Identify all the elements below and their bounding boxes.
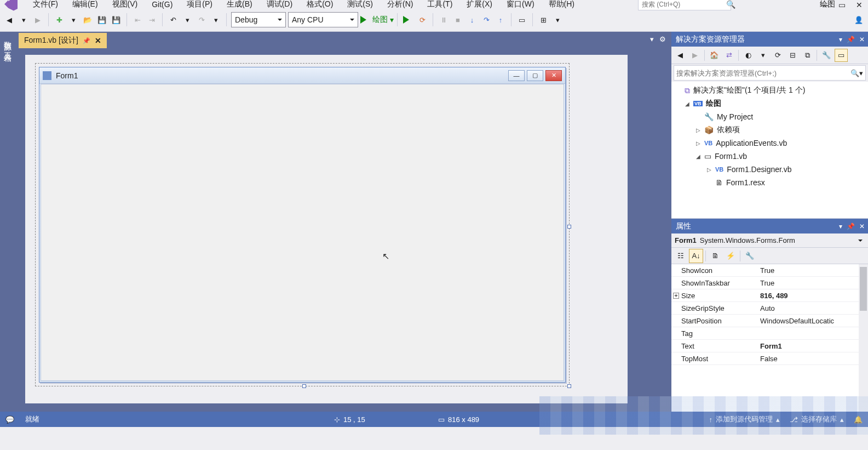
- sln-collapse-all-button[interactable]: ⊟: [786, 49, 799, 62]
- property-row[interactable]: ShowIconTrue: [671, 264, 868, 277]
- menu-view[interactable]: 视图(V): [110, 0, 140, 10]
- form-minimize-button[interactable]: —: [508, 70, 525, 81]
- undo-button[interactable]: ↶: [167, 13, 179, 26]
- menu-git[interactable]: Git(G): [150, 0, 175, 10]
- tab-close-button[interactable]: ✕: [95, 36, 101, 45]
- menu-window[interactable]: 窗口(W): [504, 0, 537, 10]
- menu-file[interactable]: 文件(F): [31, 0, 60, 10]
- tab-form1-design[interactable]: Form1.vb [设计] 📌 ✕: [19, 33, 107, 48]
- tree-form1[interactable]: ◢ ▭ Form1.vb: [672, 150, 867, 163]
- menu-format[interactable]: 格式(O): [304, 0, 335, 10]
- feedback-icon[interactable]: 💬: [5, 415, 14, 424]
- panel-options-button[interactable]: ▾: [839, 36, 842, 43]
- start-without-debug-button[interactable]: [402, 13, 414, 26]
- property-row[interactable]: ShowInTaskbarTrue: [671, 277, 868, 289]
- panel-pin-button[interactable]: 📌: [847, 223, 855, 230]
- panel-close-button[interactable]: ✕: [859, 223, 865, 230]
- indent-button[interactable]: ⇥: [146, 13, 158, 26]
- rail-toolbox[interactable]: 工具箱: [3, 46, 13, 49]
- resize-handle-bottom[interactable]: [302, 384, 306, 388]
- property-value[interactable]: False: [757, 352, 868, 364]
- undo-dropdown[interactable]: ▾: [181, 13, 193, 26]
- property-row[interactable]: StartPositionWindowsDefaultLocatic: [671, 315, 868, 327]
- menu-project[interactable]: 项目(P): [185, 0, 215, 10]
- scrollbar-thumb[interactable]: [860, 267, 867, 311]
- tab-settings-button[interactable]: ⚙: [659, 35, 666, 43]
- property-row[interactable]: +Size816, 489: [671, 289, 868, 302]
- property-row[interactable]: Tag: [671, 327, 868, 340]
- new-project-button[interactable]: ✚: [53, 13, 65, 26]
- nav-forward-button[interactable]: ▶: [32, 13, 44, 26]
- step-into-button[interactable]: ↓: [466, 13, 478, 26]
- dock-button[interactable]: ▭: [516, 13, 528, 26]
- stop-button[interactable]: ■: [452, 13, 464, 26]
- menu-debug[interactable]: 调试(D): [265, 0, 295, 10]
- search-dropdown[interactable]: ▾: [859, 69, 863, 77]
- solution-tree[interactable]: ⧉ 解决方案"绘图"(1 个项目/共 1 个) ◢ VB 绘图 🔧 My Pro…: [671, 82, 868, 218]
- pause-button[interactable]: ⏸: [438, 13, 450, 26]
- tree-form1-resx[interactable]: 🗎 Form1.resx: [672, 176, 867, 189]
- redo-button[interactable]: ↷: [196, 13, 208, 26]
- tree-dependencies[interactable]: ▷ 📦 依赖项: [672, 123, 867, 136]
- title-search-input[interactable]: [642, 1, 724, 8]
- tree-project[interactable]: ◢ VB 绘图: [672, 97, 867, 110]
- form-selection[interactable]: Form1 — ▢ ✕: [35, 63, 570, 386]
- save-button[interactable]: 💾: [96, 13, 108, 26]
- nav-back-dropdown[interactable]: ▾: [18, 13, 30, 26]
- solution-search-input[interactable]: [676, 69, 850, 77]
- select-repo-button[interactable]: ⎇ 选择存储库 ▴: [790, 414, 844, 424]
- tab-dropdown-button[interactable]: ▾: [650, 35, 654, 43]
- form-maximize-button[interactable]: ▢: [527, 70, 543, 81]
- sln-refresh-button[interactable]: ⟳: [771, 49, 784, 62]
- menu-test[interactable]: 测试(S): [345, 0, 375, 10]
- form-preview[interactable]: Form1 — ▢ ✕: [39, 67, 566, 383]
- tree-app-events[interactable]: ▷ VB ApplicationEvents.vb: [672, 136, 867, 150]
- menu-tools[interactable]: 工具(T): [425, 0, 455, 10]
- menu-analyze[interactable]: 分析(N): [385, 0, 415, 10]
- property-value[interactable]: Auto: [757, 302, 868, 314]
- property-row[interactable]: TextForm1: [671, 340, 868, 352]
- live-share-button[interactable]: 👤: [853, 13, 865, 26]
- form-close-button[interactable]: ✕: [545, 70, 562, 81]
- property-value[interactable]: WindowsDefaultLocatic: [757, 315, 868, 327]
- sln-home-button[interactable]: 🏠: [708, 49, 721, 62]
- panel-options-button[interactable]: ▾: [839, 223, 842, 230]
- sln-back-button[interactable]: ◀: [674, 49, 687, 62]
- source-control-button[interactable]: ↑ 添加到源代码管理 ▴: [709, 414, 780, 424]
- config-combo[interactable]: Debug: [231, 12, 286, 27]
- menu-help[interactable]: 帮助(H): [547, 0, 577, 10]
- expand-button[interactable]: +: [673, 293, 679, 299]
- sln-switch-views-button[interactable]: ⇄: [722, 49, 735, 62]
- new-dropdown[interactable]: ▾: [67, 13, 79, 26]
- menu-extensions[interactable]: 扩展(X): [464, 0, 495, 10]
- close-button[interactable]: ✕: [856, 1, 866, 8]
- maximize-button[interactable]: ▭: [838, 1, 848, 8]
- title-search-box[interactable]: 🔍: [638, 0, 731, 10]
- sln-pending-changes-button[interactable]: ◐: [741, 49, 755, 62]
- minimize-button[interactable]: —: [821, 1, 831, 8]
- sln-show-all-button[interactable]: ⧉: [801, 49, 814, 62]
- panel-pin-button[interactable]: 📌: [847, 36, 855, 43]
- designer-canvas[interactable]: Form1 — ▢ ✕ ↖: [25, 55, 628, 403]
- property-grid[interactable]: ShowIconTrueShowInTaskbarTrue+Size816, 4…: [671, 264, 868, 412]
- property-value[interactable]: True: [757, 277, 868, 289]
- tree-my-project[interactable]: 🔧 My Project: [672, 110, 867, 123]
- panel-close-button[interactable]: ✕: [859, 36, 865, 43]
- menu-build[interactable]: 生成(B): [225, 0, 255, 10]
- nav-back-button[interactable]: ◀: [3, 13, 15, 26]
- property-object-selector[interactable]: Form1 System.Windows.Forms.Form: [671, 233, 868, 248]
- prop-wrench-button[interactable]: 🔧: [743, 249, 757, 263]
- property-row[interactable]: TopMostFalse: [671, 352, 868, 365]
- menu-edit[interactable]: 编辑(E): [70, 0, 100, 10]
- sln-forward-button[interactable]: ▶: [688, 49, 702, 62]
- redo-dropdown[interactable]: ▾: [210, 13, 222, 26]
- platform-combo[interactable]: Any CPU: [288, 12, 358, 27]
- form-client-area[interactable]: [41, 84, 564, 381]
- property-scrollbar[interactable]: [859, 264, 868, 412]
- tree-form1-designer[interactable]: ▷ VB Form1.Designer.vb: [672, 163, 867, 176]
- properties-page-button[interactable]: 🗎: [708, 249, 722, 263]
- solution-search[interactable]: 🔍 ▾: [674, 65, 866, 81]
- property-value[interactable]: 816, 489: [757, 289, 868, 301]
- sln-properties-button[interactable]: 🔧: [820, 49, 833, 62]
- rail-datasource[interactable]: 数据源: [3, 35, 13, 38]
